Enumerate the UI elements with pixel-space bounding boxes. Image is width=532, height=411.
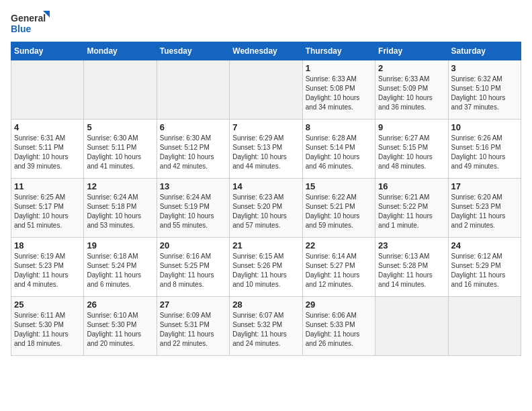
calendar-cell [84,60,157,120]
day-info: Sunrise: 6:28 AMSunset: 5:14 PMDaylight:… [306,134,372,171]
day-number: 8 [306,122,372,132]
calendar-cell: 10Sunrise: 6:26 AMSunset: 5:16 PMDayligh… [448,120,521,179]
day-info: Sunrise: 6:27 AMSunset: 5:15 PMDaylight:… [378,134,445,171]
calendar-cell: 6Sunrise: 6:30 AMSunset: 5:12 PMDaylight… [157,120,229,179]
calendar-cell: 22Sunrise: 6:14 AMSunset: 5:27 PMDayligh… [302,238,375,297]
day-info: Sunrise: 6:14 AMSunset: 5:27 PMDaylight:… [306,252,372,289]
calendar-cell: 23Sunrise: 6:13 AMSunset: 5:28 PMDayligh… [375,238,448,297]
day-info: Sunrise: 6:30 AMSunset: 5:11 PMDaylight:… [87,134,153,171]
calendar-cell: 8Sunrise: 6:28 AMSunset: 5:14 PMDaylight… [302,120,375,179]
logo: GeneralBlue [11,11,51,35]
logo-svg: GeneralBlue [11,11,51,35]
calendar-header-row: SundayMondayTuesdayWednesdayThursdayFrid… [11,42,521,60]
calendar-cell [230,60,302,120]
day-number: 16 [378,181,445,191]
day-info: Sunrise: 6:25 AMSunset: 5:17 PMDaylight:… [14,193,81,230]
day-info: Sunrise: 6:23 AMSunset: 5:20 PMDaylight:… [232,193,299,230]
calendar-cell: 5Sunrise: 6:30 AMSunset: 5:11 PMDaylight… [84,120,157,179]
calendar-header-tuesday: Tuesday [157,42,229,60]
day-number: 26 [87,300,153,310]
calendar-cell: 7Sunrise: 6:29 AMSunset: 5:13 PMDaylight… [230,120,302,179]
day-info: Sunrise: 6:15 AMSunset: 5:26 PMDaylight:… [232,252,299,289]
calendar-cell: 19Sunrise: 6:18 AMSunset: 5:24 PMDayligh… [84,238,157,297]
day-number: 28 [232,300,299,310]
day-number: 10 [451,122,518,132]
day-number: 12 [87,181,153,191]
calendar-cell [448,297,521,356]
day-number: 29 [306,300,372,310]
calendar-cell: 4Sunrise: 6:31 AMSunset: 5:11 PMDaylight… [11,120,84,179]
calendar-cell [157,60,229,120]
calendar-cell: 15Sunrise: 6:22 AMSunset: 5:21 PMDayligh… [302,179,375,238]
day-number: 11 [14,181,81,191]
day-number: 3 [451,63,518,73]
calendar-week-row: 18Sunrise: 6:19 AMSunset: 5:23 PMDayligh… [11,238,521,297]
day-info: Sunrise: 6:33 AMSunset: 5:08 PMDaylight:… [306,75,372,112]
calendar-week-row: 25Sunrise: 6:11 AMSunset: 5:30 PMDayligh… [11,297,521,356]
calendar-header-wednesday: Wednesday [230,42,302,60]
calendar-cell: 26Sunrise: 6:10 AMSunset: 5:30 PMDayligh… [84,297,157,356]
calendar-cell: 16Sunrise: 6:21 AMSunset: 5:22 PMDayligh… [375,179,448,238]
calendar-header-monday: Monday [84,42,157,60]
day-number: 21 [232,240,299,250]
page-header: GeneralBlue [11,11,521,35]
day-number: 2 [378,63,445,73]
day-number: 4 [14,122,81,132]
day-info: Sunrise: 6:24 AMSunset: 5:19 PMDaylight:… [160,193,226,230]
day-info: Sunrise: 6:26 AMSunset: 5:16 PMDaylight:… [451,134,518,171]
day-number: 5 [87,122,153,132]
calendar-week-row: 1Sunrise: 6:33 AMSunset: 5:08 PMDaylight… [11,60,521,120]
calendar-header-sunday: Sunday [11,42,84,60]
day-info: Sunrise: 6:33 AMSunset: 5:09 PMDaylight:… [378,75,445,112]
day-number: 7 [232,122,299,132]
calendar-cell: 18Sunrise: 6:19 AMSunset: 5:23 PMDayligh… [11,238,84,297]
day-number: 18 [14,240,81,250]
calendar-header-friday: Friday [375,42,448,60]
svg-text:General: General [11,13,46,24]
calendar-cell: 14Sunrise: 6:23 AMSunset: 5:20 PMDayligh… [230,179,302,238]
day-number: 13 [160,181,226,191]
day-info: Sunrise: 6:30 AMSunset: 5:12 PMDaylight:… [160,134,226,171]
calendar-cell: 13Sunrise: 6:24 AMSunset: 5:19 PMDayligh… [157,179,229,238]
calendar-cell: 24Sunrise: 6:12 AMSunset: 5:29 PMDayligh… [448,238,521,297]
day-number: 15 [306,181,372,191]
day-number: 17 [451,181,518,191]
calendar-cell: 17Sunrise: 6:20 AMSunset: 5:23 PMDayligh… [448,179,521,238]
calendar-cell: 29Sunrise: 6:06 AMSunset: 5:33 PMDayligh… [302,297,375,356]
day-number: 22 [306,240,372,250]
calendar-cell: 9Sunrise: 6:27 AMSunset: 5:15 PMDaylight… [375,120,448,179]
calendar-cell: 28Sunrise: 6:07 AMSunset: 5:32 PMDayligh… [230,297,302,356]
calendar-cell: 27Sunrise: 6:09 AMSunset: 5:31 PMDayligh… [157,297,229,356]
day-info: Sunrise: 6:21 AMSunset: 5:22 PMDaylight:… [378,193,445,230]
day-info: Sunrise: 6:10 AMSunset: 5:30 PMDaylight:… [87,311,153,349]
calendar-cell [11,60,84,120]
day-number: 9 [378,122,445,132]
calendar-header-saturday: Saturday [448,42,521,60]
day-info: Sunrise: 6:32 AMSunset: 5:10 PMDaylight:… [451,75,518,112]
calendar-week-row: 11Sunrise: 6:25 AMSunset: 5:17 PMDayligh… [11,179,521,238]
day-info: Sunrise: 6:22 AMSunset: 5:21 PMDaylight:… [306,193,372,230]
day-info: Sunrise: 6:13 AMSunset: 5:28 PMDaylight:… [378,252,445,289]
calendar-cell: 25Sunrise: 6:11 AMSunset: 5:30 PMDayligh… [11,297,84,356]
calendar-cell: 1Sunrise: 6:33 AMSunset: 5:08 PMDaylight… [302,60,375,120]
day-info: Sunrise: 6:09 AMSunset: 5:31 PMDaylight:… [160,311,226,349]
calendar-cell: 12Sunrise: 6:24 AMSunset: 5:18 PMDayligh… [84,179,157,238]
calendar-header-thursday: Thursday [302,42,375,60]
day-info: Sunrise: 6:06 AMSunset: 5:33 PMDaylight:… [306,311,372,349]
calendar-cell: 20Sunrise: 6:16 AMSunset: 5:25 PMDayligh… [157,238,229,297]
day-info: Sunrise: 6:29 AMSunset: 5:13 PMDaylight:… [232,134,299,171]
calendar-cell: 21Sunrise: 6:15 AMSunset: 5:26 PMDayligh… [230,238,302,297]
day-info: Sunrise: 6:18 AMSunset: 5:24 PMDaylight:… [87,252,153,289]
day-info: Sunrise: 6:19 AMSunset: 5:23 PMDaylight:… [14,252,81,289]
svg-text:Blue: Blue [11,24,32,34]
calendar-cell: 11Sunrise: 6:25 AMSunset: 5:17 PMDayligh… [11,179,84,238]
calendar-cell: 3Sunrise: 6:32 AMSunset: 5:10 PMDaylight… [448,60,521,120]
day-number: 20 [160,240,226,250]
day-number: 23 [378,240,445,250]
day-info: Sunrise: 6:20 AMSunset: 5:23 PMDaylight:… [451,193,518,230]
calendar-table: SundayMondayTuesdayWednesdayThursdayFrid… [11,42,521,356]
day-number: 1 [306,63,372,73]
calendar-cell: 2Sunrise: 6:33 AMSunset: 5:09 PMDaylight… [375,60,448,120]
day-info: Sunrise: 6:16 AMSunset: 5:25 PMDaylight:… [160,252,226,289]
day-number: 19 [87,240,153,250]
